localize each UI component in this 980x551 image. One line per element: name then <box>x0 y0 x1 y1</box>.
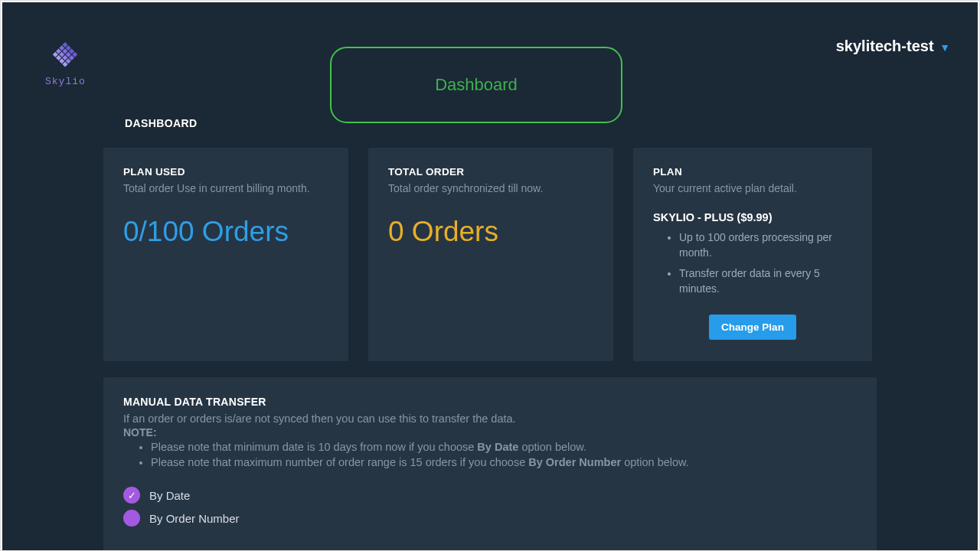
brand-name: Skylio <box>45 76 86 87</box>
svg-rect-14 <box>60 58 65 64</box>
page-title: Dashboard <box>435 75 518 95</box>
radio-by-date[interactable]: ✓ By Date <box>123 487 857 504</box>
radio-label: By Date <box>149 489 190 502</box>
panel-title: MANUAL DATA TRANSFER <box>123 396 857 408</box>
card-plan-used: PLAN USED Total order Use in current bil… <box>103 148 348 361</box>
card-subtitle: Total order synchronized till now. <box>388 182 593 194</box>
plan-feature: Up to 100 orders processing per month. <box>679 230 852 261</box>
skylio-icon <box>49 39 81 71</box>
plan-used-value: 0/100 Orders <box>123 216 328 248</box>
radio-by-order-number[interactable]: By Order Number <box>123 510 857 527</box>
chevron-down-icon: ▼ <box>939 41 950 54</box>
plan-feature: Transfer order data in every 5 minutes. <box>679 266 852 297</box>
manual-transfer-panel: MANUAL DATA TRANSFER If an order or orde… <box>103 377 877 551</box>
radio-icon-selected: ✓ <box>123 487 140 504</box>
brand-logo: Skylio <box>45 39 86 87</box>
radio-label: By Order Number <box>149 512 240 525</box>
page-title-pill: Dashboard <box>330 47 622 123</box>
breadcrumb: DASHBOARD <box>125 117 198 129</box>
note-item: Please note that maximum number of order… <box>151 455 857 471</box>
card-title: PLAN <box>653 166 852 178</box>
card-subtitle: Your current active plan detail. <box>653 182 852 194</box>
svg-rect-11 <box>66 58 71 64</box>
plan-name: SKYLIO - PLUS ($9.99) <box>653 211 852 223</box>
card-plan: PLAN Your current active plan detail. SK… <box>633 148 872 361</box>
account-name: skylitech-test <box>836 37 934 54</box>
note-item: Please note that minimum date is 10 days… <box>151 440 857 455</box>
change-plan-button[interactable]: Change Plan <box>709 315 796 340</box>
svg-rect-13 <box>56 55 61 60</box>
svg-rect-3 <box>73 52 78 57</box>
total-order-value: 0 Orders <box>388 216 593 248</box>
radio-icon <box>123 510 140 527</box>
note-label: NOTE: <box>123 426 857 439</box>
svg-rect-10 <box>63 55 68 60</box>
svg-rect-7 <box>69 55 74 60</box>
card-subtitle: Total order Use in current billing month… <box>123 182 328 194</box>
account-dropdown[interactable]: skylitech-test ▼ <box>836 37 950 55</box>
card-title: PLAN USED <box>123 166 328 178</box>
card-total-order: TOTAL ORDER Total order synchronized til… <box>368 148 613 361</box>
card-title: TOTAL ORDER <box>388 166 593 178</box>
svg-rect-1 <box>66 45 71 51</box>
svg-rect-4 <box>60 45 65 51</box>
svg-rect-12 <box>53 52 58 57</box>
panel-description: If an order or orders is/are not synced … <box>123 412 857 425</box>
